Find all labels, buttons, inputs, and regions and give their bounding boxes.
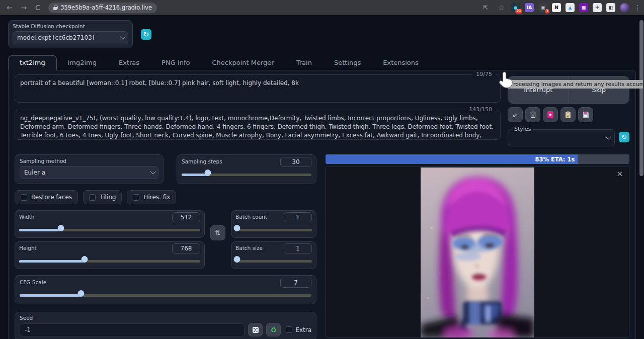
checkpoint-block: Stable Diffusion checkpoint model.ckpt [… <box>8 20 133 48</box>
lock-icon <box>53 6 57 10</box>
batch-size-block: Batch size 1 <box>231 241 316 269</box>
forward-icon[interactable]: → <box>18 4 29 12</box>
sampling-steps-label: Sampling steps <box>182 158 222 164</box>
cfg-scale-input[interactable]: 7 <box>280 278 311 288</box>
checkpoint-label: Stable Diffusion checkpoint <box>13 23 128 29</box>
trash-icon[interactable] <box>525 107 540 122</box>
share-icon[interactable]: ⇱ <box>480 4 491 11</box>
seed-block: Seed -1 ♻ Extra <box>15 312 316 339</box>
refresh-styles-button[interactable]: ↻ <box>619 132 629 142</box>
tab-img2img[interactable]: img2img <box>57 56 108 70</box>
browser-toolbar: ← → C 359e5b9a-a5ff-4216.gradio.live ⇱ ☆… <box>0 0 644 15</box>
reload-icon[interactable]: C <box>32 4 43 12</box>
cfg-scale-block: CFG Scale 7 <box>15 275 316 304</box>
sampling-method-label: Sampling method <box>20 158 158 164</box>
interrupt-tooltip: rocessing images and return any results … <box>508 80 643 89</box>
chevron-down-icon <box>150 168 155 174</box>
checkbox-icon <box>133 194 139 201</box>
paste-params-icon[interactable]: ↙ <box>508 107 523 122</box>
close-icon[interactable]: ✕ <box>616 171 623 178</box>
chevron-down-icon <box>120 34 125 39</box>
checkbox-icon <box>286 326 292 333</box>
sampling-steps-input[interactable]: 30 <box>280 157 311 167</box>
height-slider[interactable] <box>19 258 200 265</box>
width-label: Width <box>19 214 35 220</box>
apply-styles-icon[interactable] <box>560 107 576 122</box>
refresh-checkpoint-button[interactable]: ↻ <box>141 29 151 40</box>
negative-prompt-token-counter: 143/150 <box>465 106 496 113</box>
checkbox-icon <box>21 194 27 201</box>
height-label: Height <box>19 245 37 251</box>
slider-thumb[interactable] <box>234 225 240 231</box>
profile-avatar[interactable] <box>620 3 629 13</box>
image-extension-icon[interactable]: ▲ <box>566 3 575 12</box>
ia-extension-icon[interactable]: IA <box>525 3 534 12</box>
batch-size-label: Batch size <box>235 245 263 251</box>
sidepanel-extension-icon[interactable]: ◧ <box>606 3 615 12</box>
output-gallery[interactable]: ✕ <box>326 166 629 337</box>
sampling-steps-block: Sampling steps 30 <box>177 154 316 184</box>
batch-size-slider[interactable] <box>235 258 312 265</box>
cfg-scale-label: CFG Scale <box>20 279 46 285</box>
menu-dots-icon[interactable]: ⋮ <box>634 4 640 12</box>
address-bar[interactable]: 359e5b9a-a5ff-4216.gradio.live <box>48 3 157 13</box>
seed-input[interactable]: -1 <box>20 323 245 336</box>
url-text: 359e5b9a-a5ff-4216.gradio.live <box>60 4 152 11</box>
tab-bar: txt2img img2img Extras PNG Info Checkpoi… <box>8 55 636 70</box>
page-scrollbar[interactable] <box>639 20 643 176</box>
pin-extension-icon[interactable]: ●21 <box>511 3 520 12</box>
sampling-method-block: Sampling method Euler a <box>15 154 164 184</box>
height-input[interactable]: 768 <box>172 243 200 253</box>
progress-bar: 83% ETA: 1s <box>326 154 629 164</box>
tab-checkpoint-merger[interactable]: Checkpoint Merger <box>201 56 285 70</box>
reuse-seed-recycle-icon[interactable]: ♻ <box>266 323 281 336</box>
notion-extension-icon[interactable]: N <box>552 3 561 12</box>
batch-count-block: Batch count 1 <box>231 210 316 238</box>
batch-size-input[interactable]: 1 <box>284 243 312 253</box>
width-input[interactable]: 512 <box>172 212 200 222</box>
save-style-icon[interactable] <box>578 107 593 122</box>
slider-thumb[interactable] <box>81 256 88 263</box>
sampling-method-dropdown[interactable]: Euler a <box>20 166 158 179</box>
extra-networks-icon[interactable] <box>543 107 558 122</box>
styles-label: Styles <box>512 126 533 132</box>
cfg-scale-slider[interactable] <box>20 292 311 299</box>
bookmark-star-icon[interactable]: ☆ <box>496 4 507 12</box>
batch-count-slider[interactable] <box>235 227 312 233</box>
tab-extras[interactable]: Extras <box>108 56 150 70</box>
hires-fix-checkbox[interactable]: Hires. fix <box>127 190 176 204</box>
batch-count-input[interactable]: 1 <box>284 212 312 222</box>
sampling-steps-slider[interactable] <box>182 172 311 178</box>
tab-png-info[interactable]: PNG Info <box>150 56 201 70</box>
generated-image[interactable] <box>421 167 534 337</box>
txt2img-panel: 19/75 portrait of a beautiful [woman::0.… <box>8 70 636 339</box>
checkbox-icon <box>89 194 96 201</box>
onenote-extension-icon[interactable]: ▩ <box>579 3 588 12</box>
tiling-checkbox[interactable]: Tiling <box>83 190 122 204</box>
restore-faces-checkbox[interactable]: Restore faces <box>15 190 78 204</box>
height-block: Height 768 <box>15 241 205 269</box>
slider-thumb[interactable] <box>77 290 84 297</box>
checkpoint-dropdown[interactable]: model.ckpt [cc6cb27103] <box>13 31 128 44</box>
width-slider[interactable] <box>19 227 200 233</box>
swap-width-height-icon[interactable]: ⇅ <box>210 225 225 240</box>
prompt-textarea[interactable]: portrait of a beautiful [woman::0.1] rob… <box>15 74 501 103</box>
width-block: Width 512 <box>15 210 205 238</box>
tab-extensions[interactable]: Extensions <box>372 56 430 70</box>
slider-thumb[interactable] <box>57 225 64 231</box>
slider-thumb[interactable] <box>204 170 211 176</box>
seed-extra-checkbox[interactable]: Extra <box>286 326 311 333</box>
batch-count-label: Batch count <box>235 214 267 220</box>
random-seed-dice-icon[interactable] <box>248 323 263 336</box>
camera-extension-icon[interactable]: ▣1 <box>538 3 547 12</box>
tab-train[interactable]: Train <box>285 56 323 70</box>
back-icon[interactable]: ← <box>4 4 15 12</box>
negative-prompt-textarea[interactable]: ng_deepnegative_v1_75t, (worst quality, … <box>15 110 501 140</box>
prompt-token-counter: 19/75 <box>472 71 496 77</box>
mouse-cursor-hand <box>499 71 513 89</box>
seed-label: Seed <box>20 315 311 321</box>
tab-txt2img[interactable]: txt2img <box>8 55 57 70</box>
tab-settings[interactable]: Settings <box>323 56 372 70</box>
slider-thumb[interactable] <box>234 256 240 263</box>
puzzle-extension-icon[interactable]: ✚ <box>593 3 602 12</box>
